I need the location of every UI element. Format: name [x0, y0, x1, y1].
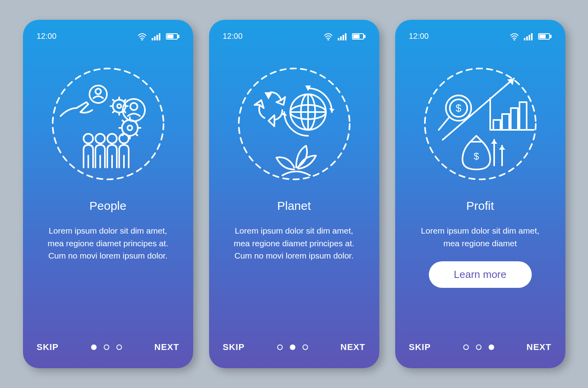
- wifi-icon: [323, 32, 333, 40]
- battery-icon: [352, 32, 365, 40]
- status-time: 12:00: [409, 32, 429, 41]
- skip-button[interactable]: SKIP: [37, 342, 59, 352]
- svg-rect-23: [338, 38, 339, 40]
- svg-rect-42: [540, 35, 542, 38]
- svg-point-19: [95, 134, 105, 143]
- svg-rect-43: [543, 35, 545, 38]
- signal-icon: [152, 32, 161, 40]
- screen-title: People: [37, 199, 179, 213]
- svg-rect-41: [550, 35, 551, 38]
- svg-rect-4: [159, 33, 160, 40]
- svg-point-35: [514, 40, 515, 40]
- status-time: 12:00: [223, 32, 243, 41]
- svg-rect-49: [502, 114, 509, 130]
- svg-rect-7: [167, 35, 170, 38]
- battery-icon: [166, 32, 179, 40]
- screen-title: Profit: [409, 199, 552, 213]
- svg-text:$: $: [474, 151, 479, 162]
- page-dot-2[interactable]: [290, 344, 295, 350]
- svg-rect-37: [526, 36, 528, 40]
- svg-rect-3: [156, 35, 158, 40]
- status-bar: 12:00: [409, 32, 552, 41]
- wifi-icon: [137, 32, 147, 40]
- screen-body: Lorem ipsum dolor sit dim amet, mea regi…: [223, 224, 365, 262]
- next-button[interactable]: NEXT: [154, 342, 179, 352]
- svg-point-17: [127, 126, 132, 130]
- page-dot-1[interactable]: [91, 344, 97, 350]
- svg-rect-30: [357, 35, 359, 38]
- page-indicator: [91, 344, 122, 350]
- onboarding-footer: SKIP NEXT: [223, 342, 365, 352]
- svg-point-15: [117, 104, 121, 108]
- svg-rect-51: [519, 102, 527, 130]
- page-dot-3[interactable]: [489, 344, 494, 350]
- people-illustration: [49, 65, 167, 183]
- learn-more-button[interactable]: Learn more: [429, 261, 532, 288]
- next-button[interactable]: NEXT: [527, 342, 552, 352]
- svg-rect-48: [493, 120, 500, 130]
- svg-point-22: [328, 40, 329, 40]
- page-dot-1[interactable]: [277, 344, 283, 350]
- svg-text:$: $: [455, 102, 461, 114]
- onboarding-screen-planet: 12:00: [209, 20, 379, 368]
- page-indicator: [463, 344, 494, 350]
- signal-icon: [338, 32, 347, 40]
- svg-point-0: [142, 40, 143, 40]
- onboarding-footer: SKIP NEXT: [409, 342, 552, 352]
- page-indicator: [277, 344, 308, 350]
- page-dot-1[interactable]: [463, 344, 469, 350]
- status-bar: 12:00: [37, 32, 179, 41]
- status-icons: [323, 32, 365, 40]
- status-icons: [510, 32, 552, 40]
- svg-rect-1: [152, 38, 153, 40]
- svg-rect-2: [154, 36, 156, 40]
- battery-icon: [538, 32, 552, 40]
- svg-rect-24: [340, 36, 342, 40]
- profit-illustration: $ $: [421, 65, 540, 183]
- svg-rect-25: [343, 35, 344, 40]
- next-button[interactable]: NEXT: [341, 342, 365, 352]
- svg-rect-36: [524, 38, 525, 40]
- screen-body: Lorem ipsum dolor sit dim amet, mea regi…: [37, 224, 179, 262]
- page-dot-3[interactable]: [116, 344, 122, 350]
- svg-point-18: [84, 134, 93, 143]
- svg-point-11: [95, 89, 101, 94]
- svg-rect-28: [364, 35, 365, 38]
- svg-rect-8: [171, 35, 173, 38]
- svg-rect-50: [511, 108, 518, 130]
- status-bar: 12:00: [223, 32, 365, 41]
- skip-button[interactable]: SKIP: [223, 342, 245, 352]
- page-dot-3[interactable]: [303, 344, 308, 350]
- onboarding-footer: SKIP NEXT: [37, 342, 179, 352]
- svg-point-13: [130, 103, 137, 110]
- screen-body: Lorem ipsum dolor sit dim amet, mea regi…: [409, 224, 552, 249]
- onboarding-screen-people: 12:00 P: [23, 20, 193, 368]
- skip-button[interactable]: SKIP: [409, 342, 431, 352]
- wifi-icon: [510, 32, 519, 40]
- svg-rect-39: [531, 33, 533, 40]
- screen-title: Planet: [223, 199, 365, 213]
- page-dot-2[interactable]: [104, 344, 109, 350]
- onboarding-screen-profit: 12:00 $: [395, 20, 565, 368]
- signal-icon: [524, 32, 533, 40]
- svg-rect-6: [178, 35, 179, 38]
- svg-point-21: [119, 134, 129, 143]
- status-icons: [137, 32, 179, 40]
- status-time: 12:00: [37, 32, 57, 41]
- svg-rect-38: [529, 35, 530, 40]
- svg-rect-29: [354, 35, 356, 38]
- planet-illustration: [235, 65, 354, 183]
- svg-rect-26: [345, 33, 346, 40]
- page-dot-2[interactable]: [476, 344, 481, 350]
- svg-point-20: [107, 134, 117, 143]
